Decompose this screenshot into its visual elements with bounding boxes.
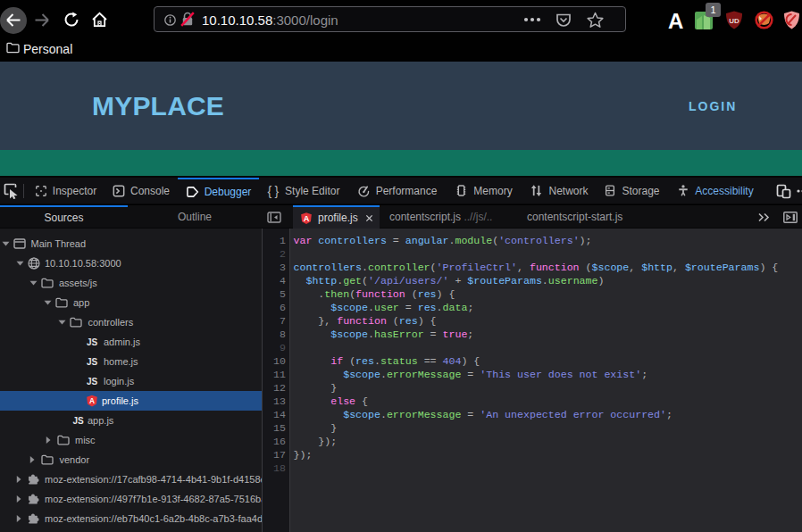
- svg-text:A: A: [89, 396, 95, 405]
- svg-text:A: A: [304, 214, 310, 223]
- svg-text:UD: UD: [729, 17, 739, 25]
